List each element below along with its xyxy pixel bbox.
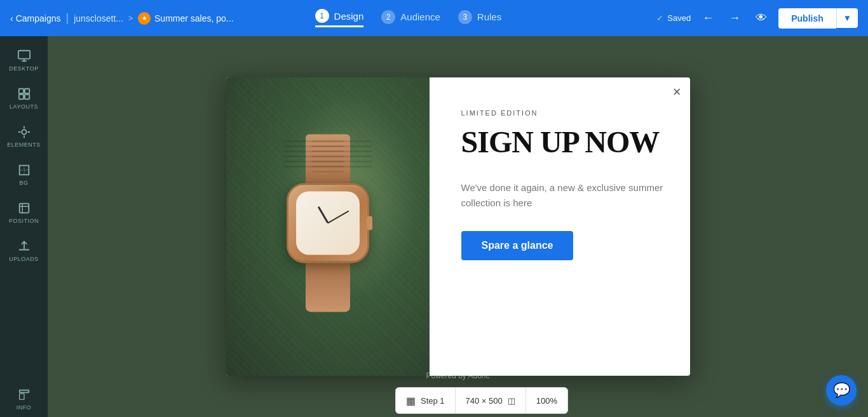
current-campaign: ★ Summer sales, po... [138, 12, 234, 25]
saved-label: Saved [667, 13, 691, 23]
tab-rules[interactable]: 3 Rules [458, 10, 501, 27]
sidebar-label-uploads: UPLOADS [9, 256, 39, 262]
svg-rect-8 [19, 394, 24, 399]
redo-button[interactable]: → [725, 8, 744, 29]
step-num-1: 1 [315, 9, 329, 23]
tab-audience[interactable]: 2 Audience [381, 10, 440, 27]
watch-hand-min [327, 211, 349, 224]
sidebar-item-info[interactable]: INFO [0, 381, 48, 417]
svg-rect-3 [18, 95, 23, 99]
sidebar: DESKTOP LAYOUTS ELEMENTS BG POSITION UPL… [0, 36, 48, 417]
step-indicator: ▦ Step 1 [396, 388, 456, 413]
size-label: 740 × 500 [466, 396, 503, 406]
saved-indicator: ✓ Saved [656, 13, 691, 23]
popup-modal: × [226, 77, 690, 376]
checkmark-icon: ✓ [656, 13, 663, 23]
svg-rect-6 [19, 204, 29, 213]
sidebar-item-desktop[interactable]: DESKTOP [0, 43, 48, 78]
watch-image [226, 77, 430, 376]
popup-subtitle: LIMITED EDITION [461, 109, 665, 117]
campaigns-back-button[interactable]: ‹ Campaigns [10, 13, 61, 23]
bg-icon [17, 163, 31, 177]
step-label-rules: Rules [477, 11, 501, 22]
chevron-left-icon: ‹ [10, 13, 13, 23]
step-label-design: Design [334, 11, 364, 22]
desktop-icon [17, 49, 31, 63]
zoom-label: 100% [536, 396, 557, 406]
popup-cta-button[interactable]: Spare a glance [461, 231, 574, 260]
elements-icon [17, 125, 31, 139]
step-num-3: 3 [458, 10, 472, 24]
sidebar-label-bg: BG [19, 180, 28, 186]
svg-rect-0 [18, 51, 29, 59]
sidebar-label-position: POSITION [9, 218, 39, 224]
sidebar-item-uploads[interactable]: UPLOADS [0, 233, 48, 268]
campaign-icon: ★ [138, 12, 151, 25]
bottom-controls: ▦ Step 1 740 × 500 ◫ 100% [395, 387, 568, 414]
step-tabs: 1 Design 2 Audience 3 Rules [315, 9, 502, 27]
publish-group: Publish ▼ [778, 8, 858, 29]
popup-title: SIGN UP NOW [461, 127, 665, 157]
sidebar-item-position[interactable]: POSITION [0, 195, 48, 230]
position-icon [17, 201, 31, 215]
popup-image-panel [226, 77, 430, 376]
sidebar-label-desktop: DESKTOP [9, 65, 38, 72]
chevron-right-icon: > [128, 14, 133, 23]
chat-bubble-button[interactable]: 💬 [826, 375, 857, 406]
sidebar-item-bg[interactable]: BG [0, 157, 48, 192]
sidebar-label-info: INFO [17, 404, 32, 411]
separator: | [66, 11, 69, 25]
info-icon [17, 388, 31, 402]
step-label: Step 1 [421, 396, 445, 406]
desktop-size-icon: ◫ [508, 396, 515, 406]
size-indicator: 740 × 500 ◫ [456, 388, 526, 413]
topnav-actions: ✓ Saved ← → 👁 Publish ▼ [656, 8, 858, 29]
close-button[interactable]: × [673, 85, 681, 99]
watch-hand-hour [317, 206, 329, 223]
zoom-indicator[interactable]: 100% [526, 388, 567, 413]
uploads-icon [17, 239, 31, 253]
sidebar-item-layouts[interactable]: LAYOUTS [0, 81, 48, 116]
step-num-2: 2 [381, 10, 395, 24]
publish-dropdown-button[interactable]: ▼ [836, 8, 858, 28]
bottom-bar: ▦ Step 1 740 × 500 ◫ 100% [95, 384, 868, 417]
sidebar-label-layouts: LAYOUTS [10, 103, 38, 110]
breadcrumb: ‹ Campaigns | junsclosett... > ★ Summer … [10, 11, 234, 25]
popup-content-panel: LIMITED EDITION SIGN UP NOW We've done i… [430, 77, 690, 376]
campaigns-label[interactable]: Campaigns [16, 13, 61, 23]
breadcrumb-store[interactable]: junsclosett... [74, 13, 123, 23]
watch-strap-bottom [306, 263, 350, 312]
undo-button[interactable]: ← [698, 8, 717, 29]
powered-by-label: Powered by Adoric [426, 371, 489, 380]
sidebar-item-elements[interactable]: ELEMENTS [0, 119, 48, 154]
preview-button[interactable]: 👁 [752, 8, 771, 29]
publish-button[interactable]: Publish [778, 8, 836, 29]
campaign-name: Summer sales, po... [154, 13, 234, 23]
step-label-audience: Audience [400, 11, 440, 22]
svg-rect-4 [24, 95, 29, 99]
layouts-icon [17, 87, 31, 101]
watch-crown [367, 216, 372, 230]
watch-body [287, 183, 369, 263]
svg-rect-2 [24, 89, 29, 93]
chat-icon: 💬 [833, 382, 850, 399]
canvas-area: × [48, 36, 868, 417]
svg-rect-7 [19, 390, 29, 393]
popup-description: We've done it again, a new & exclusive s… [461, 180, 665, 211]
step-icon: ▦ [406, 395, 416, 407]
sidebar-label-elements: ELEMENTS [7, 142, 41, 148]
watch-face [296, 191, 360, 255]
svg-point-5 [22, 129, 26, 134]
watch-illustration [277, 134, 379, 312]
top-navigation: ‹ Campaigns | junsclosett... > ★ Summer … [0, 0, 868, 36]
svg-rect-1 [18, 89, 23, 93]
tab-design[interactable]: 1 Design [315, 9, 364, 27]
